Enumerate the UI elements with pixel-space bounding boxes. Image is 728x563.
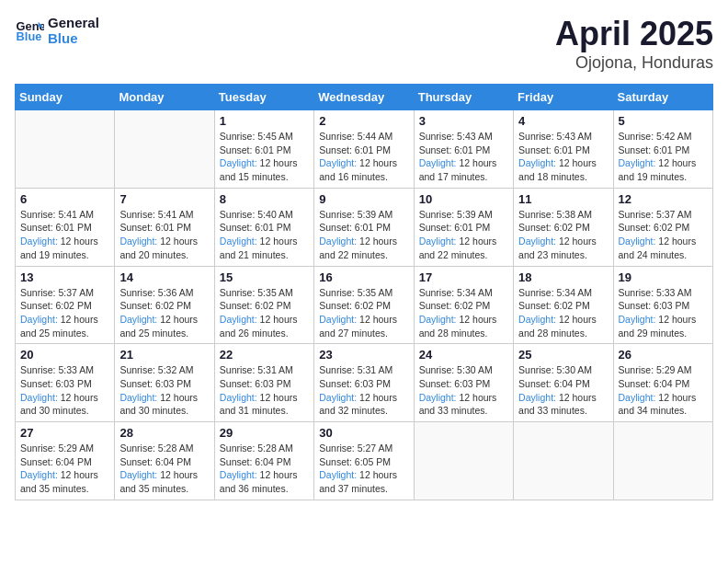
day-number: 11 bbox=[518, 192, 608, 206]
calendar-cell: 21Sunrise: 5:32 AMSunset: 6:03 PMDayligh… bbox=[115, 344, 214, 422]
day-number: 29 bbox=[220, 426, 309, 440]
day-info: Sunrise: 5:29 AMSunset: 6:04 PMDaylight:… bbox=[619, 363, 708, 418]
month-title: April 2025 bbox=[555, 15, 713, 53]
daylight-label: Daylight: bbox=[319, 236, 357, 247]
day-number: 6 bbox=[20, 192, 109, 206]
day-number: 20 bbox=[20, 348, 109, 362]
sunset-text: Sunset: 6:05 PM bbox=[319, 455, 408, 469]
sunset-text: Sunset: 6:01 PM bbox=[419, 221, 508, 235]
calendar-cell: 15Sunrise: 5:35 AMSunset: 6:02 PMDayligh… bbox=[214, 266, 313, 344]
sunset-text: Sunset: 6:04 PM bbox=[20, 455, 109, 469]
sunset-text: Sunset: 6:03 PM bbox=[220, 377, 309, 391]
calendar-cell: 12Sunrise: 5:37 AMSunset: 6:02 PMDayligh… bbox=[613, 188, 712, 266]
day-info: Sunrise: 5:41 AMSunset: 6:01 PMDaylight:… bbox=[20, 208, 109, 262]
svg-text:Blue: Blue bbox=[17, 29, 42, 43]
day-number: 28 bbox=[119, 426, 209, 440]
calendar-cell: 29Sunrise: 5:28 AMSunset: 6:04 PMDayligh… bbox=[214, 422, 313, 500]
daylight-text: Daylight: 12 hours and 35 minutes. bbox=[119, 468, 209, 495]
day-number: 12 bbox=[619, 192, 708, 206]
sunrise-text: Sunrise: 5:37 AM bbox=[20, 286, 109, 300]
daylight-text: Daylight: 12 hours and 30 minutes. bbox=[119, 391, 209, 418]
sunset-text: Sunset: 6:01 PM bbox=[419, 144, 508, 157]
day-number: 25 bbox=[518, 348, 608, 362]
daylight-label: Daylight: bbox=[20, 392, 58, 403]
calendar-cell bbox=[414, 422, 513, 500]
day-info: Sunrise: 5:35 AMSunset: 6:02 PMDaylight:… bbox=[220, 286, 309, 340]
day-number: 22 bbox=[220, 348, 309, 362]
day-number: 26 bbox=[619, 348, 708, 362]
day-number: 3 bbox=[419, 114, 508, 128]
day-number: 16 bbox=[319, 270, 408, 284]
sunrise-text: Sunrise: 5:30 AM bbox=[518, 363, 608, 377]
sunset-text: Sunset: 6:02 PM bbox=[119, 299, 209, 313]
daylight-label: Daylight: bbox=[119, 469, 157, 480]
sunset-text: Sunset: 6:04 PM bbox=[619, 377, 708, 391]
sunset-text: Sunset: 6:03 PM bbox=[119, 377, 209, 391]
page-header: General Blue General Blue April 2025 Ojo… bbox=[15, 15, 713, 73]
day-number: 4 bbox=[518, 114, 608, 128]
sunrise-text: Sunrise: 5:29 AM bbox=[20, 442, 109, 455]
calendar-cell: 18Sunrise: 5:34 AMSunset: 6:02 PMDayligh… bbox=[514, 266, 613, 344]
sunrise-text: Sunrise: 5:33 AM bbox=[20, 363, 109, 377]
calendar-cell bbox=[613, 422, 712, 500]
calendar-cell bbox=[115, 110, 214, 189]
daylight-text: Daylight: 12 hours and 24 minutes. bbox=[619, 235, 708, 261]
daylight-label: Daylight: bbox=[518, 392, 556, 403]
calendar-cell: 17Sunrise: 5:34 AMSunset: 6:02 PMDayligh… bbox=[414, 266, 513, 344]
day-number: 2 bbox=[319, 114, 408, 128]
daylight-label: Daylight: bbox=[619, 392, 656, 403]
daylight-label: Daylight: bbox=[119, 392, 157, 403]
daylight-text: Daylight: 12 hours and 22 minutes. bbox=[419, 235, 508, 261]
col-wednesday: Wednesday bbox=[314, 85, 414, 110]
sunset-text: Sunset: 6:02 PM bbox=[419, 299, 508, 313]
sunrise-text: Sunrise: 5:44 AM bbox=[319, 130, 408, 144]
sunrise-text: Sunrise: 5:40 AM bbox=[220, 208, 309, 222]
daylight-text: Daylight: 12 hours and 27 minutes. bbox=[319, 313, 408, 339]
daylight-label: Daylight: bbox=[319, 392, 357, 403]
calendar-cell: 10Sunrise: 5:39 AMSunset: 6:01 PMDayligh… bbox=[414, 188, 513, 266]
calendar-cell: 2Sunrise: 5:44 AMSunset: 6:01 PMDaylight… bbox=[314, 110, 414, 189]
day-info: Sunrise: 5:42 AMSunset: 6:01 PMDaylight:… bbox=[619, 130, 708, 184]
sunrise-text: Sunrise: 5:34 AM bbox=[419, 286, 508, 300]
sunrise-text: Sunrise: 5:36 AM bbox=[119, 286, 209, 300]
day-info: Sunrise: 5:39 AMSunset: 6:01 PMDaylight:… bbox=[319, 208, 408, 262]
sunset-text: Sunset: 6:01 PM bbox=[319, 144, 408, 157]
daylight-label: Daylight: bbox=[220, 157, 257, 168]
calendar-cell: 11Sunrise: 5:38 AMSunset: 6:02 PMDayligh… bbox=[514, 188, 613, 266]
daylight-text: Daylight: 12 hours and 34 minutes. bbox=[619, 391, 708, 418]
daylight-text: Daylight: 12 hours and 30 minutes. bbox=[20, 391, 109, 418]
day-number: 27 bbox=[20, 426, 109, 440]
sunset-text: Sunset: 6:01 PM bbox=[20, 221, 109, 235]
daylight-text: Daylight: 12 hours and 25 minutes. bbox=[119, 313, 209, 339]
sunset-text: Sunset: 6:03 PM bbox=[619, 299, 708, 313]
logo-icon: General Blue bbox=[15, 16, 44, 45]
day-number: 19 bbox=[619, 270, 708, 284]
calendar-cell: 6Sunrise: 5:41 AMSunset: 6:01 PMDaylight… bbox=[16, 188, 115, 266]
daylight-text: Daylight: 12 hours and 28 minutes. bbox=[518, 313, 608, 339]
day-number: 14 bbox=[119, 270, 209, 284]
sunset-text: Sunset: 6:01 PM bbox=[220, 221, 309, 235]
daylight-text: Daylight: 12 hours and 16 minutes. bbox=[319, 156, 408, 183]
daylight-text: Daylight: 12 hours and 35 minutes. bbox=[20, 468, 109, 495]
day-number: 5 bbox=[619, 114, 708, 128]
day-info: Sunrise: 5:28 AMSunset: 6:04 PMDaylight:… bbox=[220, 442, 309, 496]
daylight-label: Daylight: bbox=[518, 314, 556, 325]
sunset-text: Sunset: 6:03 PM bbox=[319, 377, 408, 391]
sunrise-text: Sunrise: 5:43 AM bbox=[419, 130, 508, 144]
calendar-cell: 1Sunrise: 5:45 AMSunset: 6:01 PMDaylight… bbox=[214, 110, 313, 189]
day-info: Sunrise: 5:30 AMSunset: 6:03 PMDaylight:… bbox=[419, 363, 508, 418]
day-number: 30 bbox=[319, 426, 408, 440]
daylight-label: Daylight: bbox=[20, 314, 58, 325]
calendar-cell: 30Sunrise: 5:27 AMSunset: 6:05 PMDayligh… bbox=[314, 422, 414, 500]
sunrise-text: Sunrise: 5:39 AM bbox=[319, 208, 408, 222]
col-saturday: Saturday bbox=[613, 85, 712, 110]
col-monday: Monday bbox=[115, 85, 214, 110]
logo: General Blue General Blue bbox=[15, 15, 99, 46]
calendar-cell: 8Sunrise: 5:40 AMSunset: 6:01 PMDaylight… bbox=[214, 188, 313, 266]
day-info: Sunrise: 5:45 AMSunset: 6:01 PMDaylight:… bbox=[220, 130, 309, 184]
sunrise-text: Sunrise: 5:28 AM bbox=[119, 442, 209, 455]
sunrise-text: Sunrise: 5:42 AM bbox=[619, 130, 708, 144]
day-number: 24 bbox=[419, 348, 508, 362]
daylight-label: Daylight: bbox=[419, 392, 457, 403]
calendar-cell: 4Sunrise: 5:43 AMSunset: 6:01 PMDaylight… bbox=[514, 110, 613, 189]
